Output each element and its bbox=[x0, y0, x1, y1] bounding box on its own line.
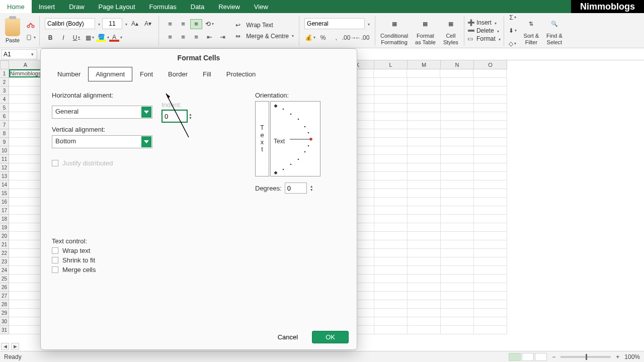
cell[interactable] bbox=[408, 249, 441, 257]
degrees-input[interactable] bbox=[285, 183, 307, 194]
row-header[interactable]: 8 bbox=[0, 129, 9, 138]
cell[interactable] bbox=[408, 163, 441, 172]
indent-spin-up-icon[interactable]: ▲ bbox=[189, 113, 192, 116]
degrees-spin-down-icon[interactable]: ▼ bbox=[310, 188, 313, 192]
cell[interactable] bbox=[441, 129, 474, 138]
cell[interactable] bbox=[9, 121, 42, 129]
decrease-font-icon[interactable]: A▾ bbox=[142, 18, 153, 29]
cell[interactable] bbox=[441, 292, 474, 300]
cell[interactable] bbox=[474, 249, 507, 257]
cell[interactable] bbox=[441, 257, 474, 266]
row-header[interactable]: 6 bbox=[0, 112, 9, 121]
cell[interactable] bbox=[9, 292, 42, 300]
zoom-in-icon[interactable]: + bbox=[616, 353, 619, 360]
cell[interactable] bbox=[9, 146, 42, 155]
cell[interactable] bbox=[9, 275, 42, 283]
tab-formulas[interactable]: Formulas bbox=[142, 0, 184, 13]
cell-styles-button[interactable]: ▦Cell Styles bbox=[441, 15, 461, 46]
row-header[interactable]: 20 bbox=[0, 232, 9, 240]
cell[interactable] bbox=[441, 317, 474, 326]
cell[interactable] bbox=[9, 86, 42, 95]
cell[interactable] bbox=[408, 283, 441, 292]
row-header[interactable]: 14 bbox=[0, 180, 9, 189]
dialog-tab-border[interactable]: Border bbox=[160, 67, 195, 81]
column-header[interactable]: L bbox=[374, 60, 408, 69]
column-header[interactable]: N bbox=[441, 60, 474, 69]
zoom-out-icon[interactable]: − bbox=[552, 353, 555, 360]
cell[interactable] bbox=[408, 257, 441, 266]
fill-color-icon[interactable]: 🪣 bbox=[97, 32, 108, 43]
cell[interactable] bbox=[441, 326, 474, 334]
cell[interactable] bbox=[441, 240, 474, 249]
indent-decrease-icon[interactable]: ⇤ bbox=[203, 32, 215, 42]
cell[interactable] bbox=[408, 129, 441, 138]
cell[interactable] bbox=[441, 86, 474, 95]
tab-home[interactable]: Home bbox=[0, 0, 32, 13]
row-header[interactable]: 22 bbox=[0, 249, 9, 257]
cell[interactable] bbox=[474, 163, 507, 172]
cell[interactable] bbox=[9, 206, 42, 215]
cell[interactable] bbox=[408, 275, 441, 283]
indent-increase-icon[interactable]: ⇥ bbox=[216, 32, 228, 42]
cell[interactable] bbox=[9, 232, 42, 240]
column-header[interactable]: M bbox=[408, 60, 441, 69]
cell[interactable] bbox=[374, 249, 408, 257]
cell[interactable] bbox=[407, 69, 440, 78]
cell[interactable] bbox=[408, 189, 441, 198]
percent-icon[interactable]: % bbox=[317, 32, 329, 43]
cell[interactable] bbox=[9, 112, 42, 121]
cell[interactable] bbox=[474, 292, 507, 300]
cell[interactable] bbox=[474, 172, 507, 180]
align-left-icon[interactable]: ≡ bbox=[164, 32, 176, 42]
cell[interactable] bbox=[374, 146, 408, 155]
merge-cells-checkbox[interactable] bbox=[52, 266, 58, 273]
row-header[interactable]: 15 bbox=[0, 189, 9, 198]
cell[interactable] bbox=[9, 189, 42, 198]
cell[interactable] bbox=[374, 223, 408, 232]
dropdown-arrow-icon[interactable] bbox=[141, 107, 151, 118]
row-header[interactable]: 13 bbox=[0, 172, 9, 180]
font-name-arrow-icon[interactable] bbox=[97, 20, 100, 27]
cell[interactable] bbox=[9, 78, 42, 86]
cell[interactable] bbox=[9, 129, 42, 138]
cell[interactable] bbox=[408, 180, 441, 189]
orientation-dial[interactable]: Text bbox=[270, 101, 320, 176]
insert-cells-button[interactable]: ➕Insert bbox=[467, 19, 501, 26]
row-header[interactable]: 26 bbox=[0, 283, 9, 292]
row-header[interactable]: 28 bbox=[0, 300, 9, 309]
cell[interactable] bbox=[474, 266, 507, 275]
cell[interactable] bbox=[374, 138, 408, 146]
cell[interactable] bbox=[374, 232, 408, 240]
merge-centre-button[interactable]: ⇔ Merge & Centre bbox=[235, 33, 294, 40]
cell[interactable] bbox=[9, 249, 42, 257]
row-header[interactable]: 5 bbox=[0, 104, 9, 112]
align-center-icon[interactable]: ≡ bbox=[177, 32, 189, 42]
cell[interactable] bbox=[374, 163, 408, 172]
cell[interactable] bbox=[474, 129, 507, 138]
cell[interactable] bbox=[474, 232, 507, 240]
cell[interactable] bbox=[474, 240, 507, 249]
tab-page-layout[interactable]: Page Layout bbox=[92, 0, 142, 13]
dialog-tab-number[interactable]: Number bbox=[50, 67, 88, 81]
cell[interactable] bbox=[408, 240, 441, 249]
comma-icon[interactable]: , bbox=[331, 32, 342, 43]
cell[interactable] bbox=[441, 215, 474, 223]
cell[interactable] bbox=[441, 283, 474, 292]
cell[interactable] bbox=[374, 215, 408, 223]
cell[interactable] bbox=[441, 112, 474, 121]
cell[interactable] bbox=[441, 155, 474, 163]
cell[interactable] bbox=[374, 198, 408, 206]
cell[interactable] bbox=[9, 198, 42, 206]
degrees-spin-up-icon[interactable]: ▲ bbox=[310, 185, 313, 188]
sheet-prev-icon[interactable]: ◀ bbox=[1, 343, 9, 350]
sort-filter-button[interactable]: ⇅Sort & Filter bbox=[521, 15, 541, 46]
cell[interactable] bbox=[441, 180, 474, 189]
cell[interactable] bbox=[474, 300, 507, 309]
cell[interactable] bbox=[474, 180, 507, 189]
underline-button[interactable]: U bbox=[71, 32, 82, 43]
cell[interactable] bbox=[441, 138, 474, 146]
cell[interactable] bbox=[408, 95, 441, 104]
cell[interactable] bbox=[474, 104, 507, 112]
cell[interactable] bbox=[408, 198, 441, 206]
delete-cells-button[interactable]: ➖Delete bbox=[467, 27, 501, 34]
